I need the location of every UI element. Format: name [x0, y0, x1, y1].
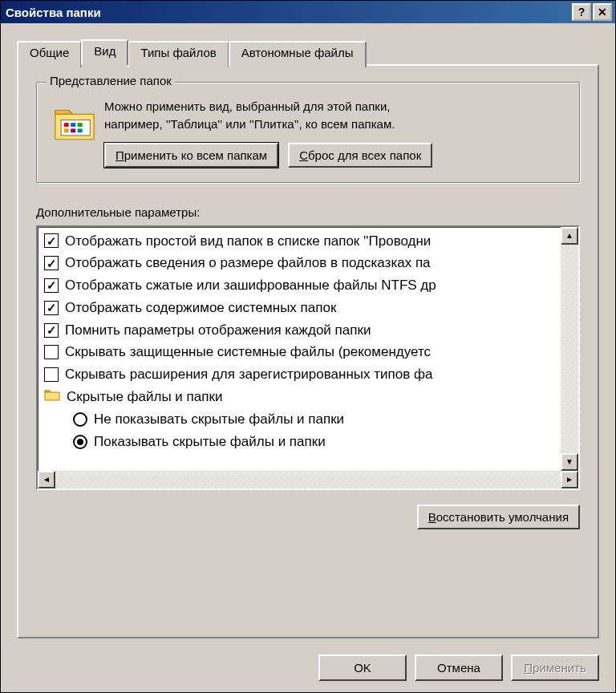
apply-button[interactable]: Применить — [511, 654, 599, 681]
scroll-right-icon[interactable]: ► — [561, 471, 578, 488]
list-item-label: Отображать сведения о размере файлов в п… — [65, 253, 431, 273]
list-item-label: Показывать скрытые файлы и папки — [94, 432, 326, 452]
radio-icon[interactable] — [73, 412, 87, 427]
svg-rect-6 — [78, 128, 83, 132]
svg-rect-5 — [71, 128, 75, 132]
list-item[interactable]: Не показывать скрытые файлы и папки — [44, 410, 578, 429]
checkbox-icon[interactable] — [44, 367, 59, 382]
ok-button[interactable]: OK — [318, 654, 407, 681]
tab-panel-view: Представление папок Можно при — [17, 64, 599, 638]
list-item-label: Отображать простой вид папок в списке па… — [65, 232, 431, 251]
window-title: Свойства папки — [6, 6, 570, 19]
folder-options-window: Свойства папки ? ✕ Общие Вид Типы файлов… — [0, 0, 616, 693]
folder-views-group: Представление папок Можно при — [36, 82, 580, 183]
cancel-button[interactable]: Отмена — [415, 654, 503, 681]
svg-rect-1 — [64, 123, 69, 127]
close-button[interactable]: ✕ — [593, 3, 612, 21]
tab-offline[interactable]: Автономные файлы — [229, 41, 367, 67]
list-item-label: Отображать содержимое системных папок — [65, 298, 336, 318]
list-item[interactable]: Отображать простой вид папок в списке па… — [44, 232, 578, 251]
list-item[interactable]: Отображать содержимое системных папок — [44, 298, 578, 318]
svg-rect-0 — [61, 120, 90, 136]
svg-rect-2 — [71, 123, 75, 127]
tab-general[interactable]: Общие — [17, 41, 82, 67]
list-item-label: Скрывать расширения для зарегистрированн… — [65, 365, 432, 384]
svg-rect-3 — [78, 123, 83, 127]
tab-view[interactable]: Вид — [81, 39, 128, 66]
group-text: Можно применить вид, выбранный для этой … — [104, 99, 565, 168]
scroll-up-icon[interactable]: ▲ — [561, 227, 578, 245]
list-item[interactable]: Скрывать защищенные системные файлы (рек… — [44, 342, 578, 362]
dialog-buttons: OK Отмена Применить — [1, 646, 615, 692]
list-item-label: Не показывать скрытые файлы и папки — [94, 410, 344, 429]
list-item-label: Скрытые файлы и папки — [67, 387, 222, 407]
group-text-line1: Можно применить вид, выбранный для этой … — [104, 99, 565, 115]
list-item[interactable]: Отображать сведения о размере файлов в п… — [44, 253, 578, 273]
group-text-line2: например, ''Таблица'' или ''Плитка'', ко… — [104, 116, 565, 132]
list-item[interactable]: Отображать сжатые или зашифрованные файл… — [44, 276, 578, 295]
scroll-track-h[interactable] — [55, 471, 561, 488]
checkbox-icon[interactable] — [44, 278, 59, 293]
help-button[interactable]: ? — [572, 3, 591, 21]
checkbox-icon[interactable] — [44, 301, 59, 315]
list-item[interactable]: Скрытые файлы и папки — [44, 387, 578, 407]
horizontal-scrollbar[interactable]: ◄ ► — [38, 471, 578, 488]
apply-to-all-button[interactable]: Применить ко всем папкам — [104, 143, 278, 168]
scroll-down-icon[interactable]: ▼ — [561, 453, 578, 471]
list-item-label: Помнить параметры отображения каждой пап… — [65, 321, 371, 340]
group-content: Можно применить вид, выбранный для этой … — [51, 99, 565, 168]
checkbox-icon[interactable] — [44, 323, 59, 338]
group-legend: Представление папок — [47, 74, 175, 87]
titlebar: Свойства папки ? ✕ — [1, 1, 615, 23]
tabs: Общие Вид Типы файлов Автономные файлы — [17, 39, 599, 66]
vertical-scrollbar[interactable]: ▲ ▼ — [561, 227, 578, 471]
client-area: Общие Вид Типы файлов Автономные файлы П… — [1, 23, 615, 646]
settings-tree[interactable]: Отображать простой вид папок в списке па… — [36, 225, 580, 490]
checkbox-icon[interactable] — [44, 345, 59, 359]
folder-icon — [44, 387, 60, 407]
close-icon: ✕ — [598, 6, 607, 18]
tab-filetypes[interactable]: Типы файлов — [128, 41, 229, 67]
restore-defaults-button[interactable]: Восстановить умолчания — [417, 505, 580, 529]
list-item[interactable]: Скрывать расширения для зарегистрированн… — [44, 365, 578, 384]
additional-params-label: Дополнительные параметры: — [36, 205, 580, 219]
svg-rect-4 — [64, 128, 69, 132]
settings-tree-content: Отображать простой вид папок в списке па… — [38, 227, 578, 488]
list-item-label: Отображать сжатые или зашифрованные файл… — [65, 276, 436, 295]
scroll-track[interactable] — [561, 245, 578, 453]
help-icon: ? — [578, 6, 586, 18]
folder-views-icon — [51, 99, 98, 145]
list-item-label: Скрывать защищенные системные файлы (рек… — [65, 342, 431, 362]
list-item[interactable]: Помнить параметры отображения каждой пап… — [44, 321, 578, 340]
list-item[interactable]: Показывать скрытые файлы и папки — [44, 432, 578, 452]
checkbox-icon[interactable] — [44, 256, 59, 270]
reset-all-button[interactable]: Сброс для всех папок — [288, 143, 432, 168]
checkbox-icon[interactable] — [44, 233, 59, 248]
scroll-left-icon[interactable]: ◄ — [38, 471, 55, 488]
radio-icon[interactable] — [73, 435, 87, 449]
